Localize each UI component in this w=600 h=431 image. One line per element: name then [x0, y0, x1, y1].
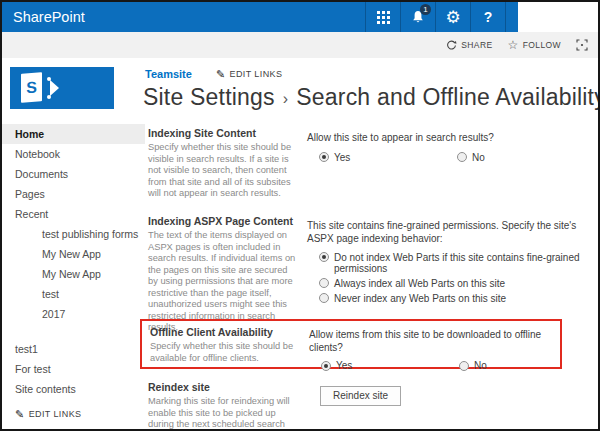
logo-arrow-icon	[50, 80, 59, 96]
site-link-teamsite[interactable]: Teamsite	[145, 68, 192, 80]
section-heading: Offline Client Availability	[150, 326, 300, 338]
edit-links-label: EDIT LINKS	[230, 69, 283, 79]
ribbon-bar: SHARE ☆ FOLLOW	[2, 32, 598, 58]
suite-bar: SharePoint 1 ⚙ ?	[2, 2, 518, 32]
edit-links-label: EDIT LINKS	[29, 409, 82, 419]
pencil-icon: ✎	[216, 69, 226, 79]
breadcrumb-root[interactable]: Site Settings	[143, 84, 275, 111]
reindex-site-button[interactable]: Reindex site	[320, 386, 401, 406]
radio-option-yes[interactable]: Yes	[321, 360, 352, 371]
brand-label: SharePoint	[13, 2, 85, 32]
logo-s-icon: S	[26, 78, 37, 97]
help-icon: ?	[484, 9, 493, 25]
radio-icon	[321, 361, 331, 371]
section-reindex-site: Reindex site Marking this site for reind…	[148, 381, 598, 431]
page-header: S Teamsite ✎ EDIT LINKS Site Settings › …	[2, 58, 598, 124]
section-question: Allow items from this site to be downloa…	[309, 329, 560, 354]
sharepoint-logo: S	[10, 67, 114, 109]
sidebar-item-recent[interactable]: Recent	[2, 204, 145, 224]
section-question: Allow this site to appear in search resu…	[307, 132, 598, 145]
sidebar-item-test-publishing-forms[interactable]: test publishing forms	[2, 224, 145, 244]
section-indexing-aspx-page-content: Indexing ASPX Page Content The text of t…	[148, 215, 598, 334]
section-indexing-site-content: Indexing Site Content Specify whether th…	[148, 127, 598, 200]
breadcrumb: Teamsite ✎ EDIT LINKS	[145, 68, 282, 80]
radio-option-no[interactable]: No	[459, 360, 487, 371]
radio-icon	[319, 293, 329, 303]
follow-label: FOLLOW	[523, 40, 561, 50]
share-icon	[446, 40, 457, 51]
section-heading: Indexing ASPX Page Content	[148, 215, 298, 227]
edit-links-sidebar[interactable]: ✎ EDIT LINKS	[15, 409, 145, 419]
section-description: Specify whether this site should be avai…	[150, 341, 300, 364]
settings-button[interactable]: ⚙	[435, 2, 470, 32]
highlight-box: Offline Client Availability Specify whet…	[140, 319, 562, 369]
sidebar-item-test1[interactable]: test1	[2, 339, 145, 359]
radio-label: Yes	[334, 152, 350, 163]
sidebar-item-my-new-app-2[interactable]: My New App	[2, 264, 145, 284]
radio-option-always-index[interactable]: Always index all Web Parts on this site	[319, 278, 598, 289]
radio-label: Always index all Web Parts on this site	[334, 278, 505, 289]
radio-label: Yes	[336, 360, 352, 371]
radio-option-no[interactable]: No	[457, 152, 485, 163]
focus-button[interactable]	[576, 39, 588, 51]
page-title: Site Settings › Search and Offline Avail…	[143, 84, 600, 111]
notifications-button[interactable]: 1	[400, 2, 435, 32]
gear-icon: ⚙	[445, 9, 460, 26]
radio-icon	[457, 152, 467, 162]
page-title-current: Search and Offline Availability	[296, 84, 600, 111]
radio-icon	[319, 252, 329, 262]
pencil-icon: ✎	[15, 409, 25, 419]
focus-icon	[576, 39, 588, 51]
sidebar-item-test[interactable]: test	[2, 284, 145, 304]
radio-label: Do not index Web Parts if this site cont…	[334, 252, 598, 274]
section-description: Specify whether this site should be visi…	[148, 142, 298, 200]
sidebar-item-for-test[interactable]: For test	[2, 359, 145, 379]
chevron-separator-icon: ›	[283, 90, 289, 108]
edit-links-top[interactable]: ✎ EDIT LINKS	[216, 69, 282, 79]
share-label: SHARE	[461, 40, 492, 50]
radio-icon	[459, 361, 469, 371]
sidebar-item-home[interactable]: Home	[2, 124, 145, 144]
logo-page-shape: S	[21, 72, 42, 102]
radio-icon	[319, 152, 329, 162]
star-icon: ☆	[508, 40, 519, 50]
radio-label: No	[474, 360, 487, 371]
follow-button[interactable]: ☆ FOLLOW	[508, 40, 561, 50]
sidebar-item-pages[interactable]: Pages	[2, 184, 145, 204]
radio-label: No	[472, 152, 485, 163]
app-launcher-button[interactable]	[365, 2, 400, 32]
section-description: Marking this site for reindexing will en…	[148, 396, 298, 431]
radio-label: Never index any Web Parts on this site	[334, 293, 506, 304]
section-heading: Indexing Site Content	[148, 127, 298, 139]
suite-icon-group: 1 ⚙ ?	[365, 2, 506, 32]
radio-option-yes[interactable]: Yes	[319, 152, 350, 163]
share-button[interactable]: SHARE	[446, 40, 492, 51]
notification-badge: 1	[420, 4, 431, 15]
sidebar-item-2017[interactable]: 2017	[2, 304, 145, 324]
sidebar-nav: Home Notebook Documents Pages Recent tes…	[2, 124, 145, 419]
radio-option-do-not-index[interactable]: Do not index Web Parts if this site cont…	[319, 252, 598, 274]
app-launcher-icon	[377, 11, 390, 24]
sidebar-item-site-contents[interactable]: Site contents	[2, 379, 145, 399]
section-heading: Reindex site	[148, 381, 298, 393]
sidebar-item-notebook[interactable]: Notebook	[2, 144, 145, 164]
sharepoint-window: SharePoint 1 ⚙ ?	[0, 0, 600, 431]
radio-option-never-index[interactable]: Never index any Web Parts on this site	[319, 293, 598, 304]
radio-icon	[319, 278, 329, 288]
sidebar-item-my-new-app-1[interactable]: My New App	[2, 244, 145, 264]
section-offline-client-availability: Offline Client Availability Specify whet…	[150, 326, 560, 376]
help-button[interactable]: ?	[470, 2, 506, 32]
sidebar-item-documents[interactable]: Documents	[2, 164, 145, 184]
section-question: This site contains fine-grained permissi…	[307, 220, 598, 245]
section-description: The text of the items displayed on ASPX …	[148, 230, 298, 334]
